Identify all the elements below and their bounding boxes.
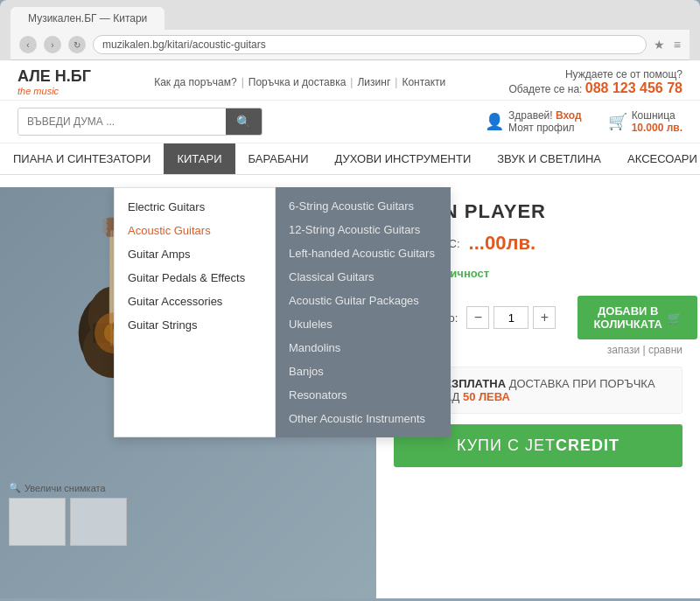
back-button[interactable]: ‹	[19, 36, 37, 53]
delivery-link[interactable]: Поръчка и доставка	[248, 76, 346, 88]
buy-credit-text: CREDIT	[556, 437, 620, 454]
buy-jet-text: КУПИ С JET	[457, 437, 556, 454]
nav-pianos-label: ПИАНА И СИНТЕЗАТОРИ	[13, 152, 150, 165]
user-text: Здравей! Вход Моят профил	[508, 109, 582, 134]
url-text: muzikalen.bg/kitari/acoustic-guitars	[102, 38, 266, 51]
dropdown-guitar-pedals[interactable]: Guitar Pedals & Effects	[115, 266, 275, 290]
page-content: АЛЕ Н.БГ the music Как да поръчам? | Пор…	[0, 60, 700, 598]
phone-number: Обадете се на: 088 123 456 78	[509, 80, 682, 96]
dropdown-guitar-accessories[interactable]: Guitar Accessories	[115, 290, 275, 313]
dropdown-packages[interactable]: Acoustic Guitar Packages	[276, 289, 451, 312]
quantity-minus-button[interactable]: −	[466, 306, 489, 329]
thumbnail-list	[9, 498, 127, 546]
tab-label: Музикален.БГ — Китари	[28, 12, 147, 24]
main-nav: ПИАНА И СИНТЕЗАТОРИ КИТАРИ БАРАБАНИ ДУХО…	[0, 143, 700, 175]
browser-icons: ★ ≡	[654, 38, 681, 52]
contacts-link[interactable]: Контакти	[402, 76, 445, 88]
svg-point-14	[102, 223, 108, 228]
browser-toolbar: ‹ › ↻ muzikalen.bg/kitari/acoustic-guita…	[10, 30, 690, 60]
svg-point-13	[102, 218, 108, 223]
dropdown-menu: Electric Guitars Acoustic Guitars Guitar…	[114, 187, 451, 437]
add-to-cart-button[interactable]: ДОБАВИ В КОЛИЧКАТА 🛒	[578, 296, 697, 339]
dropdown-ukuleles[interactable]: Ukuleles	[276, 312, 451, 336]
help-text: Нуждаете се от помощ?	[565, 68, 682, 80]
cart-amount: 10.000 лв.	[632, 122, 682, 134]
browser-tabs: Музикален.БГ — Китари	[10, 7, 690, 30]
user-area: 👤 Здравей! Вход Моят профил	[485, 109, 582, 134]
star-icon[interactable]: ★	[654, 38, 665, 52]
dropdown-banjos[interactable]: Banjos	[276, 360, 451, 383]
nav-guitars-label: КИТАРИ	[177, 152, 221, 165]
nav-sound[interactable]: ЗВУК И СВЕТЛИНА	[484, 143, 614, 174]
login-link[interactable]: Вход	[556, 109, 582, 122]
shipping-text: БЕЗПЛАТНА ДОСТАВКА ПРИ ПОРЪЧКА НАД 50 ЛЕ…	[436, 377, 675, 403]
add-to-cart-label: ДОБАВИ В КОЛИЧКАТА	[593, 304, 662, 331]
enlarge-text: Увеличи снимката	[24, 483, 106, 493]
dropdown-guitar-amps[interactable]: Guitar Amps	[115, 242, 275, 266]
cart-label: Кошница	[632, 109, 676, 122]
leasing-link[interactable]: Лизинг	[357, 76, 390, 88]
search-input[interactable]	[18, 108, 226, 135]
dropdown-mandolins[interactable]: Mandolins	[276, 336, 451, 360]
cart-text: Кошница 10.000 лв.	[632, 109, 682, 134]
magnify-icon: 🔍	[9, 482, 21, 493]
address-bar[interactable]: muzikalen.bg/kitari/acoustic-guitars	[93, 35, 647, 54]
logo-main: АЛЕ Н.БГ	[18, 67, 91, 86]
cart-area[interactable]: 🛒 Кошница 10.000 лв.	[608, 109, 682, 134]
nav-wind[interactable]: ДУХОВИ ИНСТРУМЕНТИ	[322, 143, 485, 174]
active-tab[interactable]: Музикален.БГ — Китари	[10, 7, 164, 30]
quantity-plus-button[interactable]: +	[533, 306, 556, 329]
forward-button[interactable]: ›	[44, 36, 61, 53]
product-thumbnails-area: 🔍 Увеличи снимката	[9, 482, 127, 546]
nav-accessories-label: АКСЕСОАРИ	[627, 152, 697, 165]
thumbnail-1[interactable]	[9, 498, 66, 546]
search-icon: 🔍	[236, 115, 251, 129]
dropdown-classical[interactable]: Classical Guitars	[276, 265, 451, 289]
price-value: ...00лв.	[469, 232, 536, 255]
dropdown-electric-guitars[interactable]: Electric Guitars	[115, 195, 275, 219]
nav-wind-label: ДУХОВИ ИНСТРУМЕНТИ	[335, 152, 472, 165]
dropdown-resonators[interactable]: Resonators	[276, 383, 451, 407]
dropdown-other-acoustic[interactable]: Other Acoustic Instruments	[276, 407, 451, 430]
refresh-button[interactable]: ↻	[68, 36, 86, 53]
user-greeting: Здравей!	[508, 109, 553, 122]
nav-sound-label: ЗВУК И СВЕТЛИНА	[497, 152, 601, 165]
thumbnail-2[interactable]	[70, 498, 127, 546]
free-shipping-amount: 50 ЛЕВА	[463, 390, 510, 403]
search-button[interactable]: 🔍	[226, 108, 262, 135]
nav-drums-label: БАРАБАНИ	[248, 152, 309, 165]
nav-guitars[interactable]: КИТАРИ	[164, 143, 234, 174]
how-to-order-link[interactable]: Как да поръчам?	[154, 76, 236, 88]
dropdown-col2: 6-String Acoustic Guitars 12-String Acou…	[276, 187, 451, 437]
dropdown-6string[interactable]: 6-String Acoustic Guitars	[276, 194, 451, 218]
nav-pianos[interactable]: ПИАНА И СИНТЕЗАТОРИ	[0, 143, 164, 174]
nav-drums[interactable]: БАРАБАНИ	[235, 143, 322, 174]
phone-value: 088 123 456 78	[585, 80, 682, 95]
enlarge-link[interactable]: 🔍 Увеличи снимката	[9, 482, 127, 493]
top-links: Как да поръчам? | Поръчка и доставка | Л…	[154, 76, 445, 88]
menu-icon[interactable]: ≡	[674, 38, 681, 52]
nav-accessories[interactable]: АКСЕСОАРИ	[614, 143, 700, 174]
top-right: Нуждаете се от помощ? Обадете се на: 088…	[509, 68, 682, 96]
search-box: 🔍	[18, 108, 262, 136]
browser-chrome: Музикален.БГ — Китари ‹ › ↻ muzikalen.bg…	[0, 0, 700, 60]
dropdown-lefthanded[interactable]: Left-handed Acoustic Guitars	[276, 241, 451, 265]
dropdown-12string[interactable]: 12-String Acoustic Guitars	[276, 218, 451, 241]
compare-link[interactable]: сравни	[648, 344, 682, 356]
dropdown-col1: Electric Guitars Acoustic Guitars Guitar…	[114, 187, 276, 437]
profile-text: Моят профил	[508, 122, 575, 134]
user-icon: 👤	[485, 112, 504, 131]
svg-point-15	[102, 228, 108, 234]
top-bar: АЛЕ Н.БГ the music Как да поръчам? | Пор…	[0, 60, 700, 101]
dropdown-acoustic-guitars[interactable]: Acoustic Guitars	[115, 219, 275, 242]
cart-btn-icon: 🛒	[668, 311, 682, 325]
dropdown-guitar-strings[interactable]: Guitar Strings	[115, 313, 275, 337]
quantity-controls: − +	[466, 306, 556, 329]
search-row: 🔍 👤 Здравей! Вход Моят профил 🛒 Кошница …	[0, 101, 700, 143]
logo-sub: the music	[18, 86, 91, 96]
quantity-input[interactable]	[494, 306, 528, 329]
save-link[interactable]: запази	[607, 344, 640, 356]
logo-area: АЛЕ Н.БГ the music	[18, 67, 91, 96]
cart-icon: 🛒	[608, 112, 627, 131]
